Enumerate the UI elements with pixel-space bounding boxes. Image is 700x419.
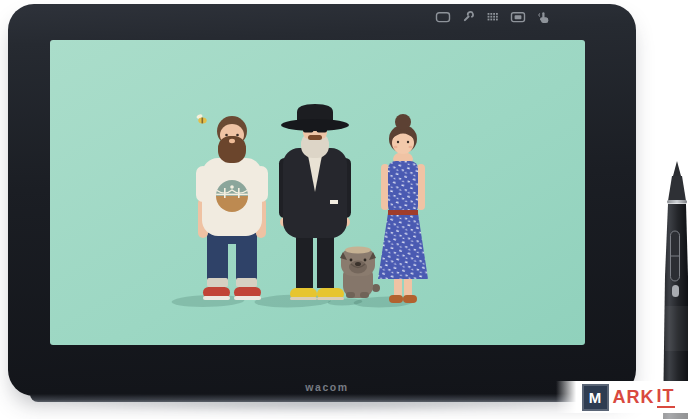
- wacom-logo: wacom: [287, 381, 367, 393]
- pen-lower-button: [672, 285, 679, 297]
- display-icon: [435, 10, 451, 24]
- tablet-body: wacom: [8, 4, 636, 396]
- wrench-icon: [460, 10, 476, 24]
- tshirt-bridge-badge: [216, 180, 248, 212]
- screen-illustration: [50, 40, 585, 345]
- tablet-screen: [50, 40, 585, 345]
- screen-icon: [510, 10, 526, 24]
- product-photo: wacom: [0, 0, 700, 419]
- pen-ring: [667, 200, 687, 204]
- pen-cone: [668, 176, 686, 201]
- tablet-shadow: [40, 401, 600, 413]
- pen-nib: [673, 161, 681, 176]
- markit-it-text: IT: [657, 387, 675, 408]
- touch-gesture-icon: [535, 10, 551, 24]
- stylus-pen: [650, 156, 700, 419]
- keypad-grid-icon: [485, 10, 501, 24]
- markit-watermark: M ARK IT: [556, 381, 700, 413]
- markit-ark-text: ARK: [613, 387, 655, 408]
- bezel-icon-row: [435, 10, 551, 24]
- markit-m-box: M: [582, 384, 609, 411]
